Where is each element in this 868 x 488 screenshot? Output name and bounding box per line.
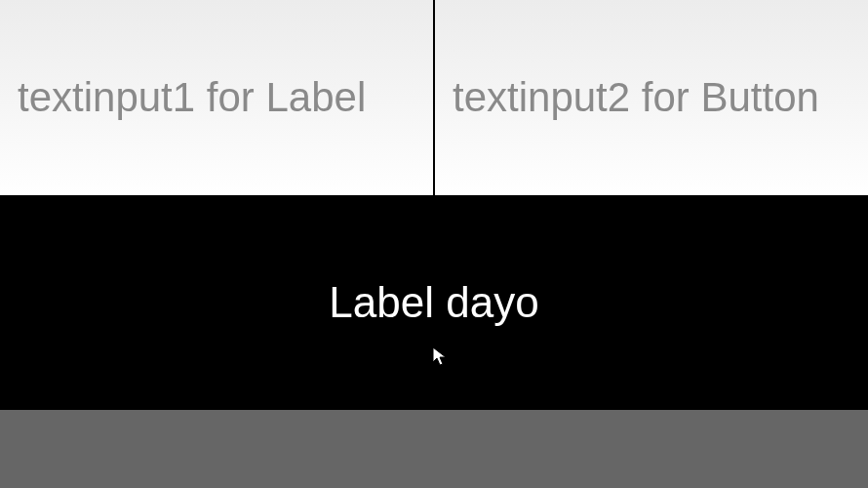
cursor-icon: [432, 346, 448, 368]
textinput-button[interactable]: [453, 74, 868, 121]
input-row: [0, 0, 868, 195]
textinput-label[interactable]: [18, 74, 433, 121]
input-cell-button: [435, 0, 868, 195]
input-cell-label: [0, 0, 435, 195]
label-text: Label dayo: [329, 278, 538, 327]
label-band: Label dayo: [0, 195, 868, 410]
bottom-area: [0, 410, 868, 488]
